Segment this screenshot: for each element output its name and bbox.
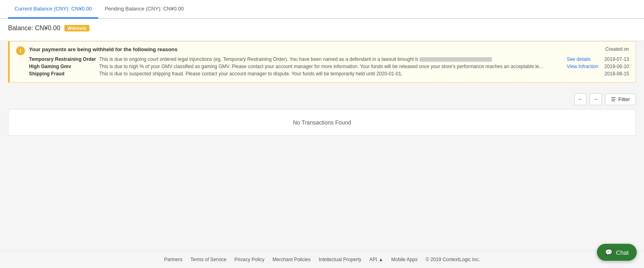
reason-name: Shipping Fraud bbox=[29, 70, 99, 77]
chat-button[interactable]: 💬 Chat bbox=[597, 244, 637, 261]
reason-description: This is due to suspected shipping fraud.… bbox=[99, 70, 564, 77]
reason-description: This is due to ongoing court ordered leg… bbox=[99, 56, 564, 63]
next-page-button[interactable]: → bbox=[590, 93, 602, 105]
reason-link-cell: View Infraction bbox=[564, 63, 603, 70]
warning-reasons-table: Temporary Restraining OrderThis is due t… bbox=[29, 56, 629, 77]
table-row: Shipping FraudThis is due to suspected s… bbox=[29, 70, 629, 77]
created-on-header: Created on bbox=[605, 46, 629, 54]
footer-link-merchant-policies[interactable]: Merchant Policies bbox=[272, 257, 311, 262]
filter-bar: ← → ☰ Filter bbox=[0, 89, 644, 109]
no-transactions-message: No Transactions Found bbox=[8, 109, 636, 136]
reason-action-link[interactable]: View Infraction bbox=[564, 64, 602, 69]
reason-action-link[interactable]: See details bbox=[564, 56, 594, 62]
withheld-badge: Withheld bbox=[64, 25, 89, 31]
footer-copyright: © 2019 ContextLogic Inc. bbox=[425, 257, 480, 262]
prev-page-button[interactable]: ← bbox=[574, 93, 586, 105]
footer-link-terms-of-service[interactable]: Terms of Service bbox=[190, 257, 226, 262]
warning-content: Your payments are being withheld for the… bbox=[29, 46, 629, 77]
table-row: High Gaming GmvThis is due to high % of … bbox=[29, 63, 629, 70]
reason-date: 2019-07-13 bbox=[603, 56, 629, 63]
reason-link-cell: See details bbox=[564, 56, 603, 63]
balance-label: Balance: CN¥0.00 bbox=[8, 25, 60, 32]
reason-link-cell bbox=[564, 70, 603, 77]
caret-icon: ▲ bbox=[378, 257, 383, 262]
warning-title: Your payments are being withheld for the… bbox=[29, 46, 178, 52]
footer-link-partners[interactable]: Partners bbox=[164, 257, 182, 262]
filter-button[interactable]: ☰ Filter bbox=[605, 93, 636, 105]
filter-icon: ☰ bbox=[611, 96, 616, 102]
table-row: Temporary Restraining OrderThis is due t… bbox=[29, 56, 629, 63]
tab-pending[interactable]: Pending Balance (CNY): CN¥0.00 bbox=[98, 0, 190, 19]
reason-date: 2019-06-10 bbox=[603, 63, 629, 70]
footer-link-intellectual-property[interactable]: Intellectual Property bbox=[319, 257, 361, 262]
tabs-container: Current Balance (CNY): CN¥0.00Pending Ba… bbox=[0, 0, 644, 19]
tab-current[interactable]: Current Balance (CNY): CN¥0.00 bbox=[8, 0, 98, 19]
warning-icon: ! bbox=[16, 46, 25, 55]
footer-link-mobile-apps[interactable]: Mobile Apps bbox=[391, 257, 417, 262]
chat-label: Chat bbox=[616, 249, 629, 256]
balance-section: Balance: CN¥0.00 Withheld bbox=[0, 19, 644, 41]
warning-box: ! Your payments are being withheld for t… bbox=[8, 41, 636, 83]
reason-date: 2018-08-15 bbox=[603, 70, 629, 77]
footer-link-privacy-policy[interactable]: Privacy Policy bbox=[234, 257, 264, 262]
reason-description: This is due to high % of your GMV classi… bbox=[99, 63, 564, 70]
reason-name: Temporary Restraining Order bbox=[29, 56, 99, 63]
filter-label: Filter bbox=[618, 96, 630, 102]
chat-icon: 💬 bbox=[605, 249, 613, 256]
reason-name: High Gaming Gmv bbox=[29, 63, 99, 70]
footer-link-api[interactable]: API ▲ bbox=[369, 257, 383, 262]
footer: PartnersTerms of ServicePrivacy PolicyMe… bbox=[0, 251, 644, 268]
